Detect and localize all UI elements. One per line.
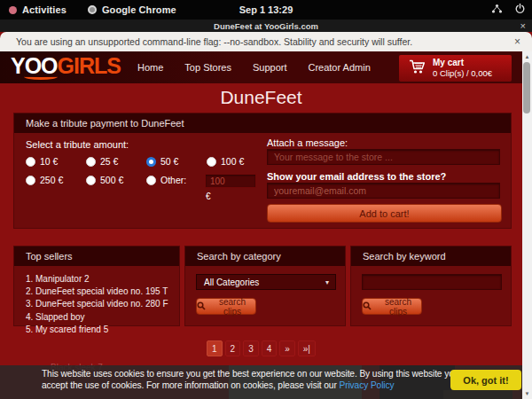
tribute-panel-header: Make a tribute payment to DuneFeet [14, 113, 511, 133]
radio-label: 250 € [40, 175, 63, 185]
search-clips-label: search clips [375, 297, 421, 317]
search-icon [363, 301, 372, 312]
message-input[interactable] [267, 149, 500, 165]
privacy-policy-link[interactable]: Privacy Policy [339, 380, 394, 390]
search-clips-label: search clips [209, 297, 255, 317]
list-item[interactable]: DuneFeet special video no. 280 F [35, 298, 179, 310]
nav-creator-admin[interactable]: Creator Admin [308, 62, 370, 73]
radio-icon[interactable] [26, 157, 35, 167]
amount-radio-250[interactable]: 250 € [26, 175, 63, 185]
window-title: DuneFeet at YooGirls.com [0, 20, 532, 32]
search-keyword-header: Search by keyword [351, 246, 511, 266]
search-clips-keyword-button[interactable]: search clips [362, 298, 422, 315]
cookie-accept-button[interactable]: Ok, got it! [450, 370, 521, 390]
nav-home[interactable]: Home [137, 62, 163, 73]
cart-summary: 0 Clip(s) / 0,00€ [433, 68, 492, 79]
system-top-bar: Activities Google Chrome Sep 1 13:29 [0, 0, 532, 20]
activities-button[interactable]: Activities [22, 4, 66, 15]
app-menu-button[interactable]: Google Chrome [102, 4, 176, 15]
radio-label: Other: [160, 175, 186, 185]
radio-checked-icon[interactable] [146, 157, 156, 167]
radio-icon[interactable] [207, 157, 216, 167]
list-item[interactable]: Manipulator 2 [35, 273, 179, 286]
search-icon [197, 301, 206, 312]
other-amount-input[interactable] [205, 174, 256, 188]
cookie-consent-bar: This website uses cookies to ensure you … [0, 365, 522, 399]
page-button-3[interactable]: 3 [243, 340, 259, 356]
nav-support[interactable]: Support [253, 62, 287, 73]
radio-icon[interactable] [146, 176, 156, 185]
chrome-app-icon [88, 5, 97, 14]
cookie-message-line1: This website uses cookies to ensure you … [42, 369, 458, 380]
radio-icon[interactable] [86, 176, 96, 185]
search-keyword-panel: Search by keyword search clips [350, 246, 512, 326]
pagination: 1 2 3 4 » »| [0, 340, 522, 356]
amount-radio-500[interactable]: 500 € [86, 175, 123, 185]
amount-radio-100[interactable]: 100 € [207, 156, 244, 167]
nav-top-stores[interactable]: Top Stores [184, 62, 231, 73]
main-nav: Home Top Stores Support Creator Admin [137, 51, 371, 83]
amount-radio-10[interactable]: 10 € [26, 156, 58, 167]
scroll-down-icon[interactable]: ▼ [522, 389, 532, 398]
currency-label: € [206, 192, 211, 201]
email-input[interactable] [267, 183, 500, 199]
window-close-icon[interactable]: × [520, 20, 526, 32]
category-selected-value: All Categories [204, 278, 259, 287]
radio-icon[interactable] [26, 176, 35, 185]
list-item[interactable]: Slapped boy [35, 311, 179, 324]
list-item[interactable]: DuneFeet special video no. 195 T [35, 286, 179, 298]
cookie-message: This website uses cookies to ensure you … [42, 369, 458, 392]
page-button-last[interactable]: »| [298, 340, 316, 356]
warning-text: You are using an unsupported command-lin… [16, 32, 412, 51]
radio-label: 25 € [100, 156, 118, 167]
list-item[interactable]: My scared friend 5 [35, 324, 179, 336]
page-button-2[interactable]: 2 [225, 340, 241, 356]
page-scrollbar[interactable]: ▲ ▼ [522, 51, 532, 399]
message-label: Attach a message: [267, 137, 348, 148]
keyword-input[interactable] [362, 274, 502, 290]
cart-icon [409, 59, 426, 78]
cookie-message-line2-text: accept the use of cookies. For more info… [42, 380, 339, 390]
page-button-1[interactable]: 1 [207, 340, 223, 356]
cookie-message-line2: accept the use of cookies. For more info… [42, 380, 458, 392]
radio-label: 100 € [221, 156, 244, 167]
search-clips-category-button[interactable]: search clips [196, 298, 256, 315]
amount-label: Select a tribute amount: [26, 139, 129, 150]
email-label: Show your email address to the store? [267, 171, 446, 182]
scroll-up-icon[interactable]: ▲ [522, 52, 532, 61]
my-cart-button[interactable]: My cart 0 Clip(s) / 0,00€ [399, 55, 512, 82]
desktop-screen: Activities Google Chrome Sep 1 13:29 Dun… [0, 0, 532, 399]
main-content: DuneFeet Make a tribute payment to DuneF… [0, 83, 522, 399]
cart-label: My cart [433, 58, 492, 69]
search-category-panel: Search by category All Categories ▾ sear… [184, 246, 346, 326]
chrome-warning-bar: You are using an unsupported command-lin… [0, 32, 532, 51]
distro-icon [9, 6, 17, 14]
window-title-bar: DuneFeet at YooGirls.com × [0, 20, 532, 32]
amount-radio-other[interactable]: Other: [146, 175, 186, 185]
top-sellers-panel: Top sellers Manipulator 2 DuneFeet speci… [13, 246, 180, 326]
radio-label: 10 € [40, 156, 58, 167]
top-sellers-header: Top sellers [14, 246, 179, 266]
clock[interactable]: Sep 1 13:29 [239, 4, 293, 15]
logo-smile-icon [24, 74, 58, 80]
chevron-down-icon: ▾ [325, 278, 329, 286]
power-icon[interactable] [515, 4, 525, 16]
radio-label: 50 € [160, 156, 178, 167]
scrollbar-thumb[interactable] [523, 62, 530, 113]
category-select[interactable]: All Categories ▾ [196, 274, 336, 290]
amount-radio-25[interactable]: 25 € [86, 156, 118, 167]
add-to-cart-button[interactable]: Add to cart! [267, 204, 502, 223]
page-button-next[interactable]: » [279, 340, 295, 356]
top-sellers-list: Manipulator 2 DuneFeet special video no.… [14, 273, 179, 336]
page-title: DuneFeet [0, 87, 522, 108]
amount-radio-50-selected[interactable]: 50 € [146, 156, 178, 167]
page-button-4[interactable]: 4 [262, 340, 278, 356]
tribute-panel: Make a tribute payment to DuneFeet Selec… [13, 113, 512, 229]
warning-close-icon[interactable]: × [514, 32, 520, 51]
radio-label: 500 € [100, 175, 123, 185]
logo-girls: GIRLS [58, 53, 121, 78]
search-category-header: Search by category [185, 246, 345, 266]
radio-icon[interactable] [86, 157, 96, 167]
network-icon[interactable] [491, 4, 503, 16]
